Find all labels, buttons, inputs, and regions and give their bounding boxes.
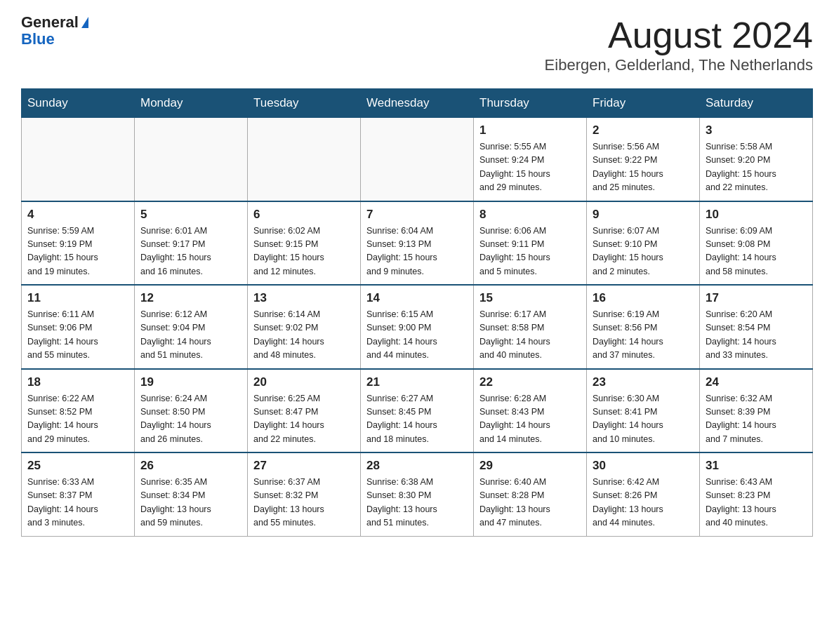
day-info: Sunrise: 6:35 AMSunset: 8:34 PMDaylight:… bbox=[140, 476, 241, 530]
day-info: Sunrise: 6:02 AMSunset: 9:15 PMDaylight:… bbox=[253, 224, 355, 279]
logo: General Blue bbox=[21, 14, 88, 48]
logo-general-text: General bbox=[21, 14, 79, 31]
day-number: 28 bbox=[366, 459, 468, 473]
calendar-week-row: 11Sunrise: 6:11 AMSunset: 9:06 PMDayligh… bbox=[22, 285, 813, 369]
calendar-week-row: 18Sunrise: 6:22 AMSunset: 8:52 PMDayligh… bbox=[22, 369, 813, 453]
day-info: Sunrise: 6:28 AMSunset: 8:43 PMDaylight:… bbox=[479, 392, 581, 447]
day-number: 23 bbox=[593, 375, 694, 389]
calendar-cell: 27Sunrise: 6:37 AMSunset: 8:32 PMDayligh… bbox=[248, 452, 361, 536]
calendar-cell: 15Sunrise: 6:17 AMSunset: 8:58 PMDayligh… bbox=[474, 285, 587, 369]
location-title: Eibergen, Gelderland, The Netherlands bbox=[545, 56, 813, 74]
day-number: 9 bbox=[593, 208, 694, 222]
calendar-week-row: 25Sunrise: 6:33 AMSunset: 8:37 PMDayligh… bbox=[22, 452, 813, 536]
calendar-cell: 22Sunrise: 6:28 AMSunset: 8:43 PMDayligh… bbox=[474, 369, 587, 453]
calendar-cell: 19Sunrise: 6:24 AMSunset: 8:50 PMDayligh… bbox=[135, 369, 248, 453]
calendar-cell: 23Sunrise: 6:30 AMSunset: 8:41 PMDayligh… bbox=[587, 369, 700, 453]
day-info: Sunrise: 6:07 AMSunset: 9:10 PMDaylight:… bbox=[593, 224, 694, 279]
day-number: 16 bbox=[593, 291, 694, 305]
calendar-cell: 14Sunrise: 6:15 AMSunset: 9:00 PMDayligh… bbox=[361, 285, 474, 369]
day-info: Sunrise: 6:14 AMSunset: 9:02 PMDaylight:… bbox=[253, 308, 355, 363]
day-info: Sunrise: 6:17 AMSunset: 8:58 PMDaylight:… bbox=[479, 308, 581, 363]
day-info: Sunrise: 6:40 AMSunset: 8:28 PMDaylight:… bbox=[479, 476, 581, 530]
day-number: 5 bbox=[140, 208, 241, 222]
calendar-cell bbox=[248, 118, 361, 201]
calendar-cell: 1Sunrise: 5:55 AMSunset: 9:24 PMDaylight… bbox=[474, 118, 587, 201]
day-number: 17 bbox=[706, 291, 807, 305]
day-number: 1 bbox=[479, 123, 581, 137]
title-area: August 2024 Eibergen, Gelderland, The Ne… bbox=[545, 14, 813, 74]
weekday-header-monday: Monday bbox=[135, 89, 248, 118]
day-info: Sunrise: 5:58 AMSunset: 9:20 PMDaylight:… bbox=[706, 140, 807, 195]
day-number: 19 bbox=[140, 375, 241, 389]
calendar-cell: 4Sunrise: 5:59 AMSunset: 9:19 PMDaylight… bbox=[22, 201, 135, 286]
day-info: Sunrise: 6:33 AMSunset: 8:37 PMDaylight:… bbox=[27, 476, 128, 530]
day-number: 21 bbox=[366, 375, 468, 389]
calendar-cell: 13Sunrise: 6:14 AMSunset: 9:02 PMDayligh… bbox=[248, 285, 361, 369]
day-number: 11 bbox=[27, 291, 128, 305]
day-number: 30 bbox=[593, 459, 694, 473]
day-number: 6 bbox=[253, 208, 355, 222]
day-number: 4 bbox=[27, 208, 128, 222]
weekday-header-sunday: Sunday bbox=[22, 89, 135, 118]
weekday-header-tuesday: Tuesday bbox=[248, 89, 361, 118]
calendar-cell bbox=[361, 118, 474, 201]
day-number: 26 bbox=[140, 459, 241, 473]
calendar-cell: 3Sunrise: 5:58 AMSunset: 9:20 PMDaylight… bbox=[700, 118, 813, 201]
day-info: Sunrise: 6:11 AMSunset: 9:06 PMDaylight:… bbox=[27, 308, 128, 363]
day-info: Sunrise: 6:01 AMSunset: 9:17 PMDaylight:… bbox=[140, 224, 241, 279]
day-info: Sunrise: 6:04 AMSunset: 9:13 PMDaylight:… bbox=[366, 224, 468, 279]
calendar-cell: 28Sunrise: 6:38 AMSunset: 8:30 PMDayligh… bbox=[361, 452, 474, 536]
day-info: Sunrise: 6:06 AMSunset: 9:11 PMDaylight:… bbox=[479, 224, 581, 279]
day-info: Sunrise: 6:19 AMSunset: 8:56 PMDaylight:… bbox=[593, 308, 694, 363]
calendar-cell bbox=[135, 118, 248, 201]
calendar-cell: 10Sunrise: 6:09 AMSunset: 9:08 PMDayligh… bbox=[700, 201, 813, 286]
calendar-cell: 8Sunrise: 6:06 AMSunset: 9:11 PMDaylight… bbox=[474, 201, 587, 286]
calendar-cell: 17Sunrise: 6:20 AMSunset: 8:54 PMDayligh… bbox=[700, 285, 813, 369]
day-info: Sunrise: 6:32 AMSunset: 8:39 PMDaylight:… bbox=[706, 392, 807, 447]
calendar-cell: 31Sunrise: 6:43 AMSunset: 8:23 PMDayligh… bbox=[700, 452, 813, 536]
day-number: 22 bbox=[479, 375, 581, 389]
calendar-cell: 12Sunrise: 6:12 AMSunset: 9:04 PMDayligh… bbox=[135, 285, 248, 369]
month-title: August 2024 bbox=[545, 14, 813, 56]
calendar-cell bbox=[22, 118, 135, 201]
day-number: 27 bbox=[253, 459, 355, 473]
day-info: Sunrise: 6:25 AMSunset: 8:47 PMDaylight:… bbox=[253, 392, 355, 447]
day-number: 13 bbox=[253, 291, 355, 305]
day-number: 10 bbox=[706, 208, 807, 222]
calendar-cell: 6Sunrise: 6:02 AMSunset: 9:15 PMDaylight… bbox=[248, 201, 361, 286]
calendar-cell: 29Sunrise: 6:40 AMSunset: 8:28 PMDayligh… bbox=[474, 452, 587, 536]
calendar-cell: 5Sunrise: 6:01 AMSunset: 9:17 PMDaylight… bbox=[135, 201, 248, 286]
day-number: 24 bbox=[706, 375, 807, 389]
day-info: Sunrise: 5:59 AMSunset: 9:19 PMDaylight:… bbox=[27, 224, 128, 279]
calendar-cell: 25Sunrise: 6:33 AMSunset: 8:37 PMDayligh… bbox=[22, 452, 135, 536]
day-info: Sunrise: 5:55 AMSunset: 9:24 PMDaylight:… bbox=[479, 140, 581, 195]
day-number: 14 bbox=[366, 291, 468, 305]
day-info: Sunrise: 6:15 AMSunset: 9:00 PMDaylight:… bbox=[366, 308, 468, 363]
day-info: Sunrise: 6:37 AMSunset: 8:32 PMDaylight:… bbox=[253, 476, 355, 530]
calendar-cell: 24Sunrise: 6:32 AMSunset: 8:39 PMDayligh… bbox=[700, 369, 813, 453]
day-number: 2 bbox=[593, 123, 694, 137]
day-number: 7 bbox=[366, 208, 468, 222]
day-info: Sunrise: 6:20 AMSunset: 8:54 PMDaylight:… bbox=[706, 308, 807, 363]
calendar-cell: 9Sunrise: 6:07 AMSunset: 9:10 PMDaylight… bbox=[587, 201, 700, 286]
calendar-cell: 30Sunrise: 6:42 AMSunset: 8:26 PMDayligh… bbox=[587, 452, 700, 536]
calendar-cell: 11Sunrise: 6:11 AMSunset: 9:06 PMDayligh… bbox=[22, 285, 135, 369]
day-info: Sunrise: 6:24 AMSunset: 8:50 PMDaylight:… bbox=[140, 392, 241, 447]
calendar-cell: 7Sunrise: 6:04 AMSunset: 9:13 PMDaylight… bbox=[361, 201, 474, 286]
weekday-header-friday: Friday bbox=[587, 89, 700, 118]
day-number: 15 bbox=[479, 291, 581, 305]
day-info: Sunrise: 6:22 AMSunset: 8:52 PMDaylight:… bbox=[27, 392, 128, 447]
day-number: 29 bbox=[479, 459, 581, 473]
calendar-cell: 16Sunrise: 6:19 AMSunset: 8:56 PMDayligh… bbox=[587, 285, 700, 369]
calendar-table: SundayMondayTuesdayWednesdayThursdayFrid… bbox=[21, 88, 813, 537]
weekday-header-thursday: Thursday bbox=[474, 89, 587, 118]
page-header: General Blue August 2024 Eibergen, Gelde… bbox=[21, 14, 813, 74]
day-number: 20 bbox=[253, 375, 355, 389]
calendar-cell: 21Sunrise: 6:27 AMSunset: 8:45 PMDayligh… bbox=[361, 369, 474, 453]
logo-triangle-icon bbox=[81, 17, 88, 28]
day-info: Sunrise: 6:42 AMSunset: 8:26 PMDaylight:… bbox=[593, 476, 694, 530]
day-info: Sunrise: 6:09 AMSunset: 9:08 PMDaylight:… bbox=[706, 224, 807, 279]
day-info: Sunrise: 6:43 AMSunset: 8:23 PMDaylight:… bbox=[706, 476, 807, 530]
logo-blue-text: Blue bbox=[21, 31, 55, 48]
day-number: 18 bbox=[27, 375, 128, 389]
